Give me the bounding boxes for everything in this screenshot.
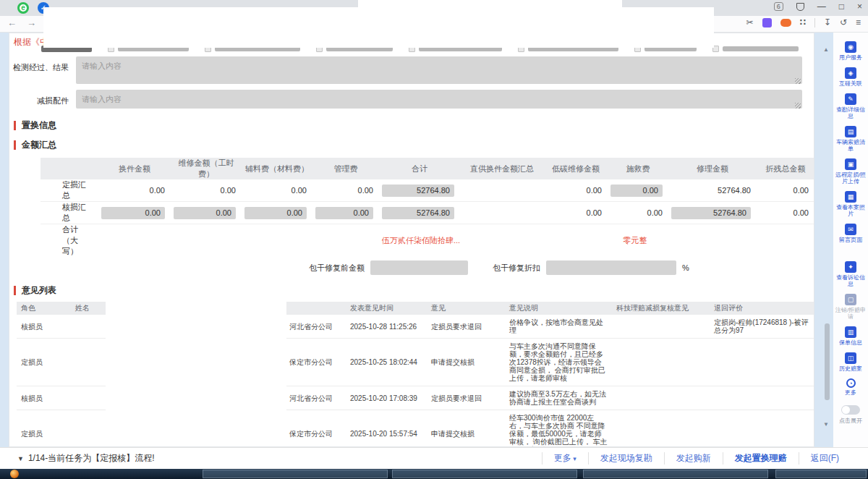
browser-tab[interactable] xyxy=(358,0,622,7)
opinion-col-header: 科技理赔减损复核意见 xyxy=(612,302,710,315)
opinion-cell: 定损员要求退回 xyxy=(427,315,505,339)
inspection-result-textarea[interactable] xyxy=(76,56,802,84)
amount-cell: 0.00 xyxy=(98,202,171,224)
windows-taskbar[interactable] xyxy=(0,469,868,479)
opinion-col-header: 意见说明 xyxy=(505,302,612,315)
opinion-cell: 定损员 xyxy=(17,410,71,448)
sidebar-item-vehicle-claim[interactable]: ▤车辆索赔清单 xyxy=(835,126,867,152)
apps-grid-icon[interactable]: ∷ xyxy=(800,17,806,27)
caret-down-icon[interactable]: ▼ xyxy=(17,455,24,462)
opinion-cell: 2025-10-20 15:57:54 xyxy=(346,410,427,448)
chevron-down-icon: ▾ xyxy=(571,455,576,462)
field-label-loss-parts: 减损配件 xyxy=(9,90,76,110)
footer-button-2[interactable]: 发起现场复勘 xyxy=(588,452,664,465)
amount-cell-box: 0.00 xyxy=(244,207,307,219)
amount-cell: 0.00 xyxy=(544,179,608,202)
footer-button-4[interactable]: 发起置换理赔 xyxy=(723,452,799,465)
footer-button-5[interactable]: 返回(F) xyxy=(799,452,851,465)
extension-purple-icon[interactable] xyxy=(762,18,772,27)
screenshot-icon[interactable]: ✂ xyxy=(746,17,753,27)
sidebar-toggle-wrap: 点击展开 xyxy=(839,405,862,425)
scrollbar[interactable]: ▲ ▼ xyxy=(817,33,833,447)
sidebar-item-photo-upload[interactable]: ▣远程定损/照片上传 xyxy=(835,158,867,185)
amount-row-label: 定损汇总 xyxy=(41,179,98,202)
current-task-status[interactable]: ▼ 1/14-当前任务为【定报核】流程! xyxy=(17,452,155,465)
sidebar-item-more-clock[interactable]: ◔更多 xyxy=(835,378,867,396)
message-icon: ✉ xyxy=(845,224,856,235)
menu-icon[interactable]: ≡ xyxy=(856,17,861,27)
footer-button-label: 发起购新 xyxy=(676,453,711,463)
amount-cell: 0.00 xyxy=(171,179,242,202)
amount-cell: 0.00 xyxy=(608,179,668,202)
discount-input[interactable] xyxy=(546,260,676,275)
scroll-down-icon[interactable]: ▼ xyxy=(823,421,829,428)
back-button[interactable]: ← xyxy=(7,17,17,28)
amount-col-header xyxy=(41,158,98,179)
package-repair-row: 包干修复 包干修复前金额 包干修复折扣 % xyxy=(212,258,814,277)
sidebar-item-cancel-apply[interactable]: ▢注销/拒赔申请 xyxy=(835,294,867,320)
scroll-up-icon[interactable]: ▲ xyxy=(823,46,829,53)
taskbar-item[interactable] xyxy=(203,470,388,478)
sidebar-item-user-service[interactable]: ◉用户服务 xyxy=(835,41,867,61)
scrollbar-thumb[interactable] xyxy=(825,323,830,400)
history-icon[interactable]: ↺ xyxy=(840,17,847,27)
section-replacement-info: 置换信息 xyxy=(14,119,814,132)
sidebar-item-history-claims[interactable]: ◫历史赔案 xyxy=(835,352,867,372)
sidebar-item-label: 车辆索赔清单 xyxy=(835,139,867,152)
sidebar-item-label: 查勘详细信息 xyxy=(835,106,867,119)
taskbar-item[interactable] xyxy=(392,470,577,478)
amount-cell-box: 0.00 xyxy=(610,185,663,197)
opinion-cell xyxy=(612,410,710,448)
expand-toggle[interactable] xyxy=(841,405,860,415)
sidebar-item-policy-info[interactable]: ▥保单信息 xyxy=(835,326,867,346)
download-icon[interactable]: ↧ xyxy=(824,17,831,27)
sidebar-item-message[interactable]: ✉留言页面 xyxy=(835,224,867,243)
amount-cell: 0.00 xyxy=(544,202,608,224)
sidebar-item-case-photos[interactable]: ▦查看本案照片 xyxy=(835,191,867,217)
sidebar-item-label: 注销/拒赔申请 xyxy=(835,307,867,320)
history-claims-icon: ◫ xyxy=(845,352,856,364)
ie-mode-badge: 6 xyxy=(774,2,783,11)
amount-table-header-row: 换件金额维修金额（工时费）辅料费（材料费）管理费合计直供换件金额汇总低碳维修金额… xyxy=(41,158,814,179)
game-center-icon[interactable] xyxy=(780,19,791,27)
field-label-inspection: 检测经过、结果 xyxy=(9,56,76,85)
link-icon: ◈ xyxy=(845,67,856,79)
opinion-cell xyxy=(710,339,814,386)
forward-button[interactable]: → xyxy=(27,17,36,28)
opinion-cell: 定损员要求退回 xyxy=(427,386,505,410)
amount-cell: 52764.80 xyxy=(379,202,460,224)
footer-button-3[interactable]: 发起购新 xyxy=(664,452,723,465)
policy-info-icon: ▥ xyxy=(845,326,856,338)
sidebar-item-survey-info[interactable]: ✎查勘详细信息 xyxy=(835,93,867,119)
amount-cell-box: 52764.80 xyxy=(671,207,751,219)
amount-table-row: 核损汇总0.000.000.000.0052764.800.000.005276… xyxy=(41,202,814,224)
maximize-button[interactable]: □ xyxy=(839,1,844,12)
photo-upload-icon: ▣ xyxy=(845,158,856,170)
sidebar-item-link[interactable]: ◈互碰关联 xyxy=(835,67,867,87)
amount-cell xyxy=(460,179,544,202)
sidebar-item-label: 互碰关联 xyxy=(835,80,867,87)
empty-cell xyxy=(312,224,379,258)
minimize-button[interactable]: — xyxy=(817,1,826,12)
amount-col-header: 施救费 xyxy=(608,158,668,179)
amount-col-header: 合计 xyxy=(379,158,460,179)
taskbar-item[interactable] xyxy=(583,470,768,478)
sidebar-item-label: 历史赔案 xyxy=(835,365,867,372)
loss-reduction-parts-textarea[interactable] xyxy=(76,90,802,109)
amount-col-header: 修理金额 xyxy=(668,158,757,179)
close-button[interactable]: × xyxy=(857,1,862,12)
amount-col-header: 折残总金额 xyxy=(757,158,814,179)
opinion-cell: 建议协商至3.5万左右，如无法协商请上报主任室会商谈判 xyxy=(505,386,612,410)
pre-amount-input[interactable] xyxy=(370,260,468,275)
footer-button-1[interactable]: 更多 ▾ xyxy=(542,452,588,465)
amount-cell-box: 52764.80 xyxy=(382,207,454,219)
shield-icon[interactable] xyxy=(796,3,804,11)
amount-cell-box: 0.00 xyxy=(101,207,165,219)
screen: e ✓ 6 — □ × ← → ✂ ∷ ↧ ↺ ≡ 根据《中 检测经过、结果 xyxy=(0,0,868,479)
taskbar-item[interactable] xyxy=(775,470,867,478)
start-button[interactable] xyxy=(10,470,19,478)
sidebar-item-litigation[interactable]: ✦查看诉讼信息 xyxy=(835,261,867,287)
survey-info-icon: ✎ xyxy=(845,93,856,105)
divider xyxy=(814,18,815,27)
amount-col-header: 直供换件金额汇总 xyxy=(460,158,544,179)
